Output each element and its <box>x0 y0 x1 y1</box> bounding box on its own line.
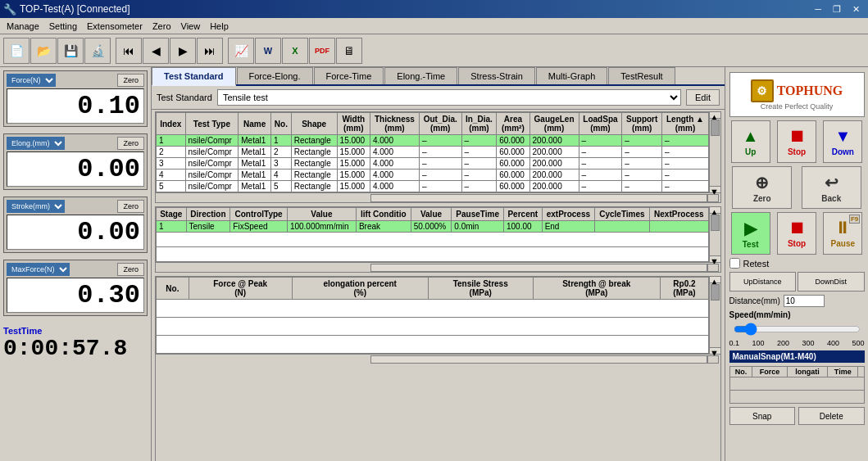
specimens-cell: – <box>461 135 497 147</box>
col-no: No. <box>270 113 291 135</box>
proc-direction: Direction <box>186 208 230 221</box>
specimens-cell: – <box>461 147 497 158</box>
results-scrollbar-v[interactable]: ▲ ▼ <box>709 277 720 354</box>
stroke-select[interactable]: Stroke(mm) <box>7 200 65 213</box>
specimens-cell: – <box>419 169 461 181</box>
col-indiam: In_Dia.(mm) <box>461 113 497 135</box>
specimens-cell: 3 <box>270 158 291 169</box>
test-button[interactable]: ▶ Test <box>731 212 770 255</box>
proc-cycletimes: CycleTimes <box>595 208 650 221</box>
process-row-empty1 <box>157 233 709 247</box>
specimens-cell: 1 <box>157 135 186 147</box>
col-index: Index <box>157 113 186 135</box>
force-select[interactable]: Force(N) <box>7 74 56 87</box>
specimens-cell: Rectangle <box>291 181 337 192</box>
results-scrollbar-h[interactable] <box>370 355 707 364</box>
stroke-zero-button[interactable]: Zero <box>117 200 144 213</box>
pause-button[interactable]: ⏸ Pause F9 <box>823 212 862 255</box>
toolbar-save[interactable]: 💾 <box>57 38 84 64</box>
elong-zero-button[interactable]: Zero <box>117 137 144 150</box>
zero-button[interactable]: ⊕ Zero <box>732 166 792 209</box>
specimens-cell: Metal1 <box>239 169 271 181</box>
specimens-scrollbar-h[interactable] <box>370 194 707 202</box>
zero-ctrl-label: Zero <box>753 194 771 203</box>
tab-elong-time[interactable]: Elong.-Time <box>384 67 457 84</box>
logo-sub: Create Perfect Quality <box>761 102 834 111</box>
title-bar: 🔧 TOP-Test(A) [Connected] ─ ❐ ✕ <box>0 0 868 18</box>
minimize-button[interactable]: ─ <box>810 2 826 16</box>
proc-cell-value2: 50.000% <box>411 221 452 233</box>
stop-button-1[interactable]: ⏹ Stop <box>777 120 816 163</box>
specimens-cell: 1 <box>270 135 291 147</box>
toolbar-export[interactable]: 🖥 <box>336 38 362 64</box>
updistance-button[interactable]: UpDistance <box>729 272 797 292</box>
distance-input[interactable] <box>784 295 825 307</box>
tab-force-time[interactable]: Force-Time <box>314 67 384 84</box>
edit-button[interactable]: Edit <box>686 89 720 106</box>
process-scrollbar-h[interactable] <box>370 264 707 272</box>
tab-multi-graph[interactable]: Multi-Graph <box>536 67 607 84</box>
down-button[interactable]: ▼ Down <box>823 120 862 163</box>
specimens-cell: 4.000 <box>370 135 419 147</box>
snap-button[interactable]: Snap <box>729 407 796 425</box>
force-zero-button[interactable]: Zero <box>117 74 144 87</box>
menu-extensometer[interactable]: Extensometer <box>82 20 148 33</box>
speed-slider[interactable] <box>734 323 861 336</box>
specimens-cell: – <box>579 147 622 158</box>
test-standard-select[interactable]: Tensile test <box>217 89 681 106</box>
toolbar-excel[interactable]: X <box>282 38 308 64</box>
toolbar-pdf[interactable]: PDF <box>309 38 335 64</box>
retest-checkbox[interactable] <box>729 258 740 269</box>
specimens-cell: Metal1 <box>239 158 271 169</box>
toolbar-next[interactable]: ▶ <box>170 38 196 64</box>
test-standard-bar: Test Standard Tensile test Edit <box>152 86 725 110</box>
toolbar-btn4[interactable]: 🔬 <box>84 38 111 64</box>
menu-view[interactable]: View <box>176 20 206 33</box>
stop-button-2[interactable]: ⏹ Stop <box>777 212 816 255</box>
specimens-cell: – <box>579 158 622 169</box>
tab-stress-strain[interactable]: Stress-Strain <box>458 67 535 84</box>
toolbar-chart1[interactable]: 📈 <box>228 38 254 64</box>
close-button[interactable]: ✕ <box>848 2 865 16</box>
menu-setting[interactable]: Setting <box>44 20 82 33</box>
up-button[interactable]: ▲ Up <box>731 120 770 163</box>
up-stop-down-row: ▲ Up ⏹ Stop ▼ Down <box>729 120 865 163</box>
toolbar-open[interactable]: 📂 <box>30 38 57 64</box>
main-layout: Force(N) Zero 0.10 Elong.(mm) Zero 0.00 … <box>0 67 868 461</box>
tab-test-result[interactable]: TestResult <box>608 67 675 84</box>
specimens-cell: – <box>579 169 622 181</box>
col-width: Width(mm) <box>337 113 370 135</box>
snap-col-extra <box>858 367 864 377</box>
downdist-button[interactable]: DownDist <box>798 272 865 292</box>
res-strengthbreak: Strength @ break(MPa) <box>533 278 660 300</box>
down-label: Down <box>832 147 854 156</box>
toolbar-last[interactable]: ⏭ <box>197 38 223 64</box>
specimens-scrollbar-v[interactable]: ▲ ▼ <box>709 112 720 192</box>
process-row[interactable]: 1 Tensile FixSpeed 100.000mm/min Break 5… <box>157 221 709 233</box>
proc-nextprocess: NextProcess <box>649 208 708 221</box>
toolbar: 📄 📂 💾 🔬 ⏮ ◀ ▶ ⏭ 📈 W X PDF 🖥 <box>0 34 868 67</box>
toolbar-new[interactable]: 📄 <box>3 38 30 64</box>
process-scrollbar-v[interactable]: ▲ ▼ <box>709 207 720 262</box>
col-testtype: Test Type <box>185 113 239 135</box>
specimens-cell: – <box>661 135 708 147</box>
snap-col-time: Time <box>828 367 858 377</box>
delete-button[interactable]: Delete <box>798 407 865 425</box>
menu-zero[interactable]: Zero <box>148 20 176 33</box>
toolbar-first[interactable]: ⏮ <box>116 38 142 64</box>
restore-button[interactable]: ❐ <box>828 2 846 16</box>
snap-delete-row: Snap Delete <box>729 407 865 425</box>
pause-label: Pause <box>831 239 855 248</box>
tab-force-elong[interactable]: Force-Elong. <box>237 67 313 84</box>
menu-manage[interactable]: Manage <box>2 20 44 33</box>
toolbar-word[interactable]: W <box>255 38 281 64</box>
maxforce-select[interactable]: MaxForce(N) <box>7 263 70 276</box>
tab-test-standard[interactable]: Test Standard <box>152 67 236 86</box>
menu-help[interactable]: Help <box>205 20 234 33</box>
back-button[interactable]: ↩ Back <box>802 166 861 209</box>
toolbar-prev[interactable]: ◀ <box>143 38 169 64</box>
specimens-cell: – <box>579 135 622 147</box>
proc-cell-direction: Tensile <box>186 221 230 233</box>
maxforce-zero-button[interactable]: Zero <box>117 263 144 276</box>
elong-select[interactable]: Elong.(mm) <box>7 137 65 150</box>
